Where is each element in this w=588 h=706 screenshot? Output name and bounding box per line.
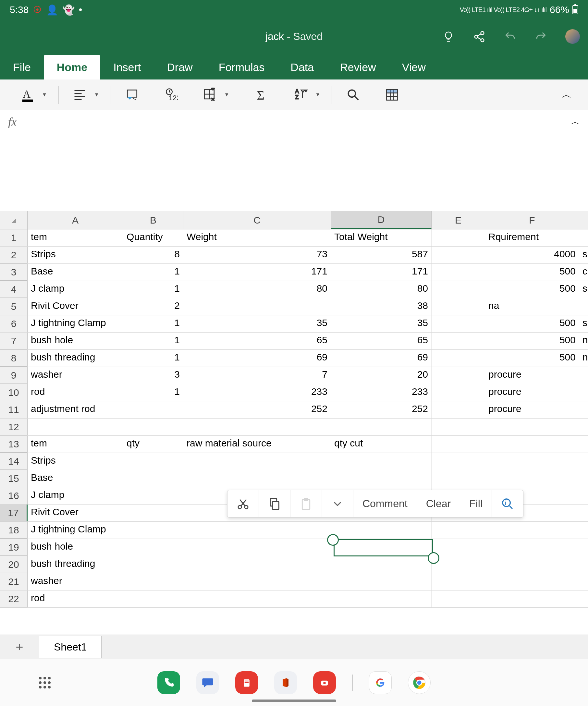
cell[interactable]: 233	[183, 384, 331, 401]
row-header[interactable]: 4	[0, 281, 28, 298]
tab-insert[interactable]: Insert	[100, 55, 154, 79]
cell[interactable]: 35	[331, 315, 432, 332]
cell[interactable]: Rivit Cover	[28, 505, 123, 521]
row-header[interactable]: 7	[0, 332, 28, 349]
row-header[interactable]: 10	[0, 384, 28, 401]
cell[interactable]: bush threading	[28, 556, 123, 573]
row-header[interactable]: 19	[0, 539, 28, 556]
chrome-app-icon[interactable]	[408, 671, 431, 694]
office-app-icon[interactable]	[274, 671, 297, 694]
cell[interactable]: Rivit Cover	[28, 298, 123, 315]
undo-icon[interactable]	[504, 30, 517, 43]
todo-app-icon[interactable]	[235, 671, 258, 694]
row-header[interactable]: 13	[0, 436, 28, 453]
row-header[interactable]: 9	[0, 367, 28, 384]
row-header[interactable]: 3	[0, 264, 28, 281]
cell[interactable]: 252	[331, 401, 432, 418]
cell[interactable]: 69	[183, 350, 331, 367]
fill-button[interactable]: Fill	[460, 490, 492, 517]
cell[interactable]: 252	[183, 401, 331, 418]
cell[interactable]: 1	[123, 384, 183, 401]
cell[interactable]	[123, 419, 183, 435]
cell[interactable]: 1	[123, 350, 183, 367]
cell[interactable]	[579, 573, 588, 590]
cell[interactable]: sc	[579, 246, 588, 264]
cell[interactable]	[183, 298, 331, 315]
col-header-f[interactable]: F	[485, 211, 579, 229]
cell[interactable]	[432, 590, 485, 607]
cell[interactable]	[432, 573, 485, 590]
cell[interactable]: rod	[28, 590, 123, 607]
chevron-down-icon[interactable]: ▼	[315, 92, 321, 97]
cell[interactable]	[432, 539, 485, 556]
doc-title[interactable]: jack - Saved	[266, 31, 322, 42]
cell[interactable]	[579, 505, 588, 521]
cell[interactable]: 1	[123, 281, 183, 298]
fill-color-button[interactable]	[122, 85, 142, 105]
row-header[interactable]: 21	[0, 573, 28, 590]
cell[interactable]	[579, 436, 588, 453]
cell[interactable]: na	[579, 350, 588, 367]
cell[interactable]: tem	[28, 229, 123, 246]
cell[interactable]: Strips	[28, 246, 123, 264]
cell[interactable]: Base	[28, 264, 123, 281]
cell[interactable]	[432, 470, 485, 487]
cell[interactable]: Quantity	[123, 229, 183, 246]
share-icon[interactable]	[473, 30, 486, 43]
autosum-button[interactable]: Σ	[252, 85, 272, 105]
cell[interactable]	[432, 281, 485, 298]
cell[interactable]: rod	[28, 384, 123, 401]
tips-icon[interactable]	[442, 30, 455, 43]
cell[interactable]	[579, 453, 588, 470]
cell[interactable]	[579, 539, 588, 556]
cell[interactable]	[183, 470, 331, 487]
cell[interactable]	[579, 556, 588, 573]
cell[interactable]: sc	[579, 281, 588, 298]
cell[interactable]	[331, 419, 432, 435]
row-header[interactable]: 15	[0, 470, 28, 487]
cell[interactable]	[183, 419, 331, 435]
row-header[interactable]: 14	[0, 453, 28, 470]
cell[interactable]: Rquirement	[485, 229, 579, 246]
add-sheet-button[interactable]: +	[0, 640, 39, 655]
cell[interactable]: 4000	[485, 246, 579, 264]
cell[interactable]	[183, 590, 331, 607]
row-header[interactable]: 2	[0, 246, 28, 264]
cell[interactable]	[485, 522, 579, 539]
cell[interactable]	[579, 590, 588, 607]
alignment-button[interactable]	[70, 85, 89, 105]
cell[interactable]	[28, 419, 123, 435]
cell[interactable]: bush threading	[28, 350, 123, 367]
row-header[interactable]: 1	[0, 229, 28, 246]
cell[interactable]	[123, 522, 183, 539]
insert-delete-cells-button[interactable]: +×	[200, 85, 220, 105]
col-header-g[interactable]	[579, 211, 588, 229]
cell[interactable]	[579, 384, 588, 401]
cell[interactable]: sc	[579, 315, 588, 332]
cell[interactable]	[183, 522, 331, 539]
cell[interactable]: J clamp	[28, 487, 123, 504]
cell[interactable]	[432, 315, 485, 332]
row-header[interactable]: 18	[0, 522, 28, 539]
cell[interactable]: na	[485, 298, 579, 315]
cell[interactable]	[432, 350, 485, 367]
copy-button[interactable]	[259, 490, 290, 517]
cell[interactable]	[432, 556, 485, 573]
cell[interactable]	[579, 419, 588, 435]
row-header[interactable]: 5	[0, 298, 28, 315]
cell[interactable]	[485, 470, 579, 487]
cell[interactable]: procure	[485, 384, 579, 401]
cell[interactable]: 38	[331, 298, 432, 315]
col-header-b[interactable]: B	[123, 211, 183, 229]
row-header[interactable]: 11	[0, 401, 28, 418]
cut-button[interactable]	[228, 490, 259, 517]
cell[interactable]: bush hole	[28, 539, 123, 556]
collapse-formula-icon[interactable]: ︿	[571, 116, 580, 128]
cell[interactable]: bush hole	[28, 332, 123, 349]
select-all-corner[interactable]	[0, 211, 28, 229]
cell[interactable]	[331, 556, 432, 573]
tab-file[interactable]: File	[0, 55, 44, 79]
cell[interactable]	[432, 522, 485, 539]
formula-bar[interactable]: fx ︿	[0, 110, 588, 133]
cell[interactable]	[331, 470, 432, 487]
